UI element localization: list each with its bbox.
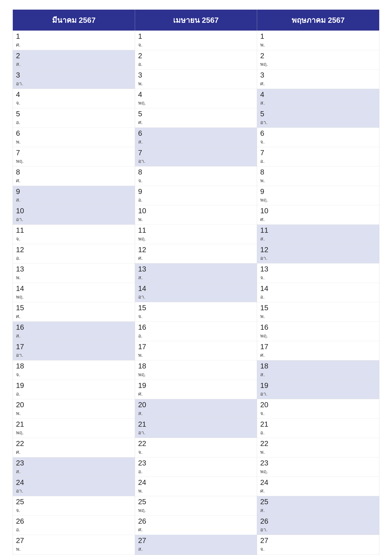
day-name: ศ. xyxy=(260,215,376,223)
day-row: 17ศ. xyxy=(257,341,379,361)
day-name: อ. xyxy=(138,467,254,475)
day-number: 23 xyxy=(260,459,376,467)
month-header-2: เมษายน 2567 xyxy=(135,10,257,30)
day-number: 11 xyxy=(138,226,254,234)
day-row: 23อ. xyxy=(135,457,257,477)
day-row: 2ส. xyxy=(13,50,135,70)
day-row: 11จ. xyxy=(13,225,135,244)
day-row: 6พ. xyxy=(13,128,135,147)
day-row: 15ศ. xyxy=(13,302,135,322)
month-col-2: 1จ.2อ.3พ.4พฤ.5ศ.6ส.7อา.8จ.9อ.10พ.11พฤ.12… xyxy=(135,31,257,555)
day-number: 27 xyxy=(260,536,376,545)
day-number: 3 xyxy=(138,71,254,79)
day-row: 9พฤ. xyxy=(257,186,379,205)
day-row: 20พ. xyxy=(13,399,135,419)
day-row: 28อา. xyxy=(135,554,257,555)
day-name: อา. xyxy=(16,487,132,495)
day-number: 9 xyxy=(16,188,132,196)
day-name: อ. xyxy=(260,293,376,301)
month-col-3: 1พ.2พฤ.3ศ.4ส.5อา.6จ.7อ.8พ.9พฤ.10ศ.11ส.12… xyxy=(257,31,379,555)
day-name: ส. xyxy=(16,196,132,204)
day-number: 7 xyxy=(260,149,376,157)
day-number: 25 xyxy=(16,498,132,506)
month-col-1: 1ศ.2ส.3อา.4จ.5อ.6พ.7พฤ.8ศ.9ส.10อา.11จ.12… xyxy=(13,31,135,555)
day-number: 3 xyxy=(16,71,132,79)
day-number: 18 xyxy=(138,362,254,370)
day-row: 28พฤ. xyxy=(13,554,135,555)
day-row: 7อา. xyxy=(135,147,257,167)
day-row: 5อ. xyxy=(13,108,135,128)
day-number: 14 xyxy=(260,285,376,292)
day-number: 27 xyxy=(138,536,254,545)
day-name: ส. xyxy=(138,545,254,553)
day-number: 10 xyxy=(16,207,132,215)
day-number: 5 xyxy=(138,110,254,118)
day-name: ส. xyxy=(260,506,376,514)
day-row: 3ศ. xyxy=(257,69,379,89)
day-number: 13 xyxy=(16,265,132,273)
day-number: 19 xyxy=(16,381,132,389)
day-row: 26อ. xyxy=(13,516,135,535)
day-name: พ. xyxy=(138,487,254,495)
day-number: 20 xyxy=(138,401,254,409)
day-name: จ. xyxy=(138,41,254,49)
day-row: 9อ. xyxy=(135,186,257,205)
day-row: 21อา. xyxy=(135,419,257,438)
day-number: 4 xyxy=(16,90,132,99)
day-row: 17พ. xyxy=(135,341,257,361)
day-row: 8ศ. xyxy=(13,167,135,186)
day-row: 23พฤ. xyxy=(257,457,379,477)
day-number: 5 xyxy=(16,110,132,118)
day-name: อ. xyxy=(16,390,132,398)
day-row: 27จ. xyxy=(257,535,379,554)
day-number: 6 xyxy=(260,129,376,137)
day-number: 20 xyxy=(16,401,132,409)
day-number: 18 xyxy=(16,362,132,370)
day-row: 10อา. xyxy=(13,205,135,225)
day-row: 27พ. xyxy=(13,535,135,554)
day-row: 25จ. xyxy=(13,496,135,516)
day-name: พฤ. xyxy=(138,99,254,107)
day-row: 12ศ. xyxy=(135,244,257,263)
day-row: 21อ. xyxy=(257,419,379,438)
day-name: พฤ. xyxy=(260,467,376,475)
day-row: 3พ. xyxy=(135,69,257,89)
day-number: 1 xyxy=(260,32,376,40)
day-name: พ. xyxy=(260,448,376,456)
day-name: อ. xyxy=(16,118,132,126)
day-row: 3อา. xyxy=(13,69,135,89)
day-number: 8 xyxy=(260,168,376,176)
day-number: 2 xyxy=(138,52,254,60)
day-number: 2 xyxy=(260,52,376,60)
day-row: 8จ. xyxy=(135,167,257,186)
day-name: พ. xyxy=(16,273,132,281)
day-number: 19 xyxy=(138,381,254,389)
day-name: พ. xyxy=(16,409,132,417)
day-name: ศ. xyxy=(260,80,376,88)
day-name: ส. xyxy=(16,467,132,475)
day-name: ส. xyxy=(16,332,132,340)
day-number: 14 xyxy=(138,285,254,292)
day-name: พ. xyxy=(16,138,132,146)
day-row: 12อ. xyxy=(13,244,135,263)
day-row: 13ส. xyxy=(135,263,257,283)
day-name: จ. xyxy=(260,273,376,281)
day-number: 21 xyxy=(16,420,132,428)
day-row: 26อา. xyxy=(257,516,379,535)
day-number: 8 xyxy=(16,168,132,176)
day-row: 24ศ. xyxy=(257,477,379,496)
day-name: จ. xyxy=(260,138,376,146)
day-number: 9 xyxy=(260,188,376,196)
day-number: 23 xyxy=(138,459,254,467)
day-number: 13 xyxy=(260,265,376,273)
day-name: อา. xyxy=(16,215,132,223)
day-number: 12 xyxy=(138,246,254,254)
day-number: 26 xyxy=(16,517,132,525)
day-name: อ. xyxy=(138,332,254,340)
day-number: 27 xyxy=(16,536,132,545)
month-header-1: มีนาคม 2567 xyxy=(13,10,135,30)
day-name: อ. xyxy=(138,60,254,68)
day-name: จ. xyxy=(16,235,132,243)
day-name: จ. xyxy=(16,370,132,379)
day-name: ศ. xyxy=(16,176,132,184)
